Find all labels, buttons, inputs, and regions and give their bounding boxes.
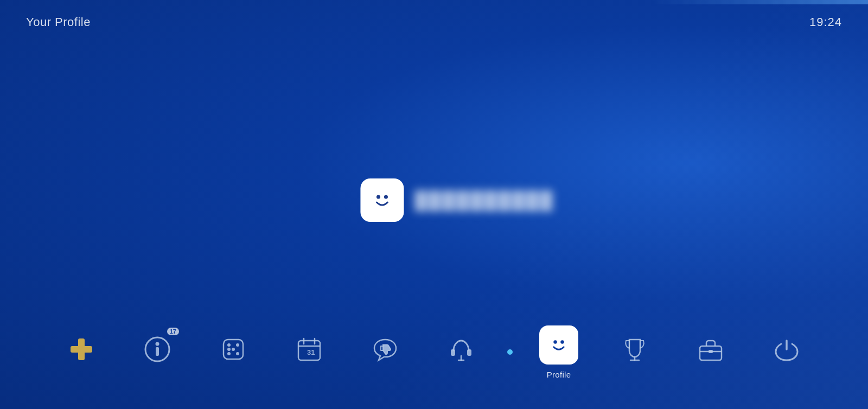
- nav-icon-wrap-friends: [214, 330, 253, 369]
- nav-item-settings[interactable]: [673, 330, 749, 380]
- nav-badge-whats-new: 17: [167, 328, 179, 335]
- svg-point-6: [156, 342, 159, 346]
- nav-icon-wrap-trophies: [615, 330, 654, 369]
- clock: 19:24: [809, 15, 842, 29]
- nav-icon-wrap-power: [767, 330, 806, 369]
- messages-icon: [371, 335, 399, 363]
- svg-point-13: [227, 348, 231, 351]
- nav-item-psplus[interactable]: [43, 330, 119, 380]
- nav-icon-wrap-party: [442, 330, 481, 369]
- svg-rect-29: [709, 350, 713, 353]
- svg-point-0: [376, 195, 380, 199]
- nav-item-party[interactable]: [423, 330, 499, 380]
- nav-label-profile: Profile: [547, 370, 571, 379]
- svg-point-11: [236, 352, 239, 355]
- svg-text:31: 31: [307, 348, 315, 356]
- svg-point-24: [560, 340, 564, 343]
- info-icon: [143, 335, 171, 363]
- avatar-face-icon: [368, 186, 396, 214]
- username-display: ██████████: [414, 190, 554, 210]
- power-icon: [773, 335, 801, 363]
- avatar: [360, 178, 404, 222]
- nav-icon-wrap-messages: [366, 330, 405, 369]
- nav-icon-wrap-calendar: 31: [290, 330, 329, 369]
- calendar-icon: 31: [295, 335, 323, 363]
- trophy-icon: [621, 335, 649, 363]
- svg-point-8: [227, 343, 231, 347]
- nav-item-calendar[interactable]: 31: [271, 330, 347, 380]
- nav-item-trophies[interactable]: [597, 330, 673, 380]
- header: Your Profile 19:24: [0, 0, 868, 44]
- profile-area: ██████████: [360, 178, 554, 222]
- friends-icon: [219, 335, 247, 363]
- nav-item-messages[interactable]: [347, 330, 423, 380]
- nav-bar: 17: [0, 311, 868, 409]
- nav-icon-wrap-whats-new: 17: [138, 330, 177, 369]
- nav-icon-wrap-psplus: [62, 330, 101, 369]
- nav-item-profile[interactable]: Profile: [521, 325, 597, 385]
- svg-point-12: [232, 348, 235, 351]
- nav-icon-wrap-settings: [691, 330, 730, 369]
- svg-point-1: [384, 195, 388, 199]
- psplus-icon: [67, 335, 95, 363]
- svg-point-10: [227, 352, 231, 355]
- svg-rect-3: [71, 346, 92, 353]
- svg-point-9: [236, 343, 239, 347]
- svg-rect-20: [467, 349, 471, 356]
- nav-item-online: [499, 333, 521, 377]
- profile-icon: [546, 332, 572, 358]
- settings-icon: [697, 335, 725, 363]
- online-dot: [507, 349, 513, 355]
- nav-item-power[interactable]: [749, 330, 825, 380]
- party-icon: [447, 335, 475, 363]
- svg-rect-5: [156, 347, 159, 356]
- svg-rect-19: [451, 349, 455, 356]
- page-title: Your Profile: [26, 15, 91, 29]
- nav-item-whats-new[interactable]: 17: [119, 330, 195, 380]
- nav-item-friends[interactable]: [195, 330, 271, 380]
- svg-point-23: [553, 340, 557, 343]
- nav-icon-wrap-profile: [539, 325, 578, 365]
